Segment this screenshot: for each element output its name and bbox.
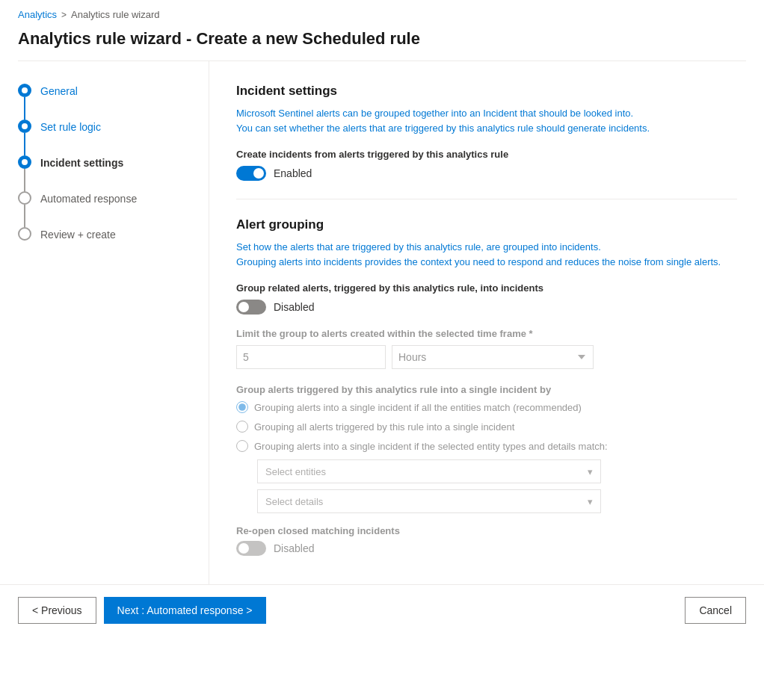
time-frame-row: Hours Days Minutes [236,345,737,369]
radio-group: Grouping alerts into a single incident i… [236,401,737,513]
breadcrumb-analytics-link[interactable]: Analytics [18,9,57,20]
breadcrumb-current: Analytics rule wizard [71,9,160,20]
step-item-set-rule-logic: Set rule logic [18,120,191,155]
group-alerts-label: Group related alerts, triggered by this … [236,282,737,294]
step-connector-automated-response [18,191,31,227]
step-dot-general [18,84,31,97]
select-entities-text: Select entities [265,466,326,477]
footer: < Previous Next : Automated response > C… [0,585,764,636]
alert-grouping-desc: Set how the alerts that are triggered by… [236,240,737,269]
breadcrumb: Analytics > Analytics rule wizard [0,0,764,26]
step-dot-incident-settings [18,155,31,169]
main-layout: General Set rule logic [0,61,764,584]
cancel-button[interactable]: Cancel [685,597,746,624]
create-incidents-toggle-track[interactable] [236,166,266,181]
entity-dropdowns: Select entities ▾ Select details ▾ [257,459,737,513]
group-by-label: Group alerts triggered by this analytics… [236,384,737,395]
step-dot-automated-response [18,191,31,205]
create-incidents-toggle-text: Enabled [274,167,312,179]
step-line-incident-settings [24,169,25,191]
step-connector-review-create [18,227,31,241]
breadcrumb-separator: > [61,10,67,20]
radio-label-all-alerts[interactable]: Grouping all alerts triggered by this ru… [254,421,514,433]
step-item-review-create: Review + create [18,227,191,258]
dot-inner-general [22,87,28,93]
section-divider-1 [236,199,737,199]
step-label-set-rule-logic[interactable]: Set rule logic [40,120,101,150]
step-line-set-rule-logic [24,133,25,155]
group-by-section: Group alerts triggered by this analytics… [236,384,737,513]
step-label-incident-settings[interactable]: Incident settings [40,155,123,186]
sidebar: General Set rule logic [0,61,209,584]
step-item-incident-settings: Incident settings [18,155,191,191]
dot-inner-incident-settings [22,159,28,165]
step-connector-general [18,84,31,120]
time-frame-input[interactable] [236,345,386,369]
step-line-general [24,97,25,120]
alert-grouping-desc-line2: Grouping alerts into incidents provides … [236,256,721,267]
step-dot-review-create [18,227,31,241]
incident-settings-desc-line1: Microsoft Sentinel alerts can be grouped… [236,108,633,119]
group-alerts-toggle-text: Disabled [274,301,314,313]
step-item-automated-response: Automated response [18,191,191,227]
incident-settings-title: Incident settings [236,84,737,99]
create-incidents-toggle[interactable] [236,166,266,181]
radio-option-2: Grouping all alerts triggered by this ru… [236,421,737,433]
group-alerts-toggle-row: Disabled [236,300,737,315]
page-title: Analytics rule wizard - Create a new Sch… [0,26,764,61]
incident-settings-desc-line2: You can set whether the alerts that are … [236,123,650,134]
step-item-general: General [18,84,191,120]
previous-button[interactable]: < Previous [18,597,96,624]
time-frame-label: Limit the group to alerts created within… [236,328,737,339]
create-incidents-label: Create incidents from alerts triggered b… [236,149,737,160]
radio-entities-match[interactable] [236,401,248,413]
time-frame-section: Limit the group to alerts created within… [236,328,737,369]
step-connector-set-rule-logic [18,120,31,155]
radio-entity-types[interactable] [236,440,248,452]
radio-label-entity-types[interactable]: Grouping alerts into a single incident i… [254,441,608,452]
step-list: General Set rule logic [18,84,191,258]
group-alerts-toggle-track[interactable] [236,300,266,315]
group-alerts-toggle-thumb [238,302,249,312]
radio-label-entities-match[interactable]: Grouping alerts into a single incident i… [254,402,582,413]
reopen-label: Re-open closed matching incidents [236,525,737,536]
group-alerts-toggle[interactable] [236,300,266,315]
grouping-options-section: Limit the group to alerts created within… [236,328,737,556]
radio-option-3: Grouping alerts into a single incident i… [236,440,737,452]
radio-option-1: Grouping alerts into a single incident i… [236,401,737,413]
reopen-toggle[interactable] [236,541,266,556]
step-connector-incident-settings [18,155,31,191]
select-details-text: Select details [265,496,323,507]
alert-grouping-desc-line1: Set how the alerts that are triggered by… [236,241,601,253]
select-entities-chevron: ▾ [588,466,593,477]
reopen-toggle-thumb [238,543,249,554]
reopen-section: Re-open closed matching incidents Disabl… [236,525,737,556]
incident-settings-desc: Microsoft Sentinel alerts can be grouped… [236,106,737,135]
select-details-chevron: ▾ [588,496,593,507]
reopen-toggle-track[interactable] [236,541,266,556]
step-label-review-create[interactable]: Review + create [40,227,116,258]
reopen-toggle-text: Disabled [274,542,314,554]
create-incidents-toggle-thumb [253,168,264,179]
main-content: Incident settings Microsoft Sentinel ale… [209,61,764,584]
alert-grouping-title: Alert grouping [236,217,737,232]
step-dot-set-rule-logic [18,120,31,133]
step-label-automated-response[interactable]: Automated response [40,191,137,222]
create-incidents-toggle-row: Enabled [236,166,737,181]
step-line-automated-response [24,205,25,227]
dot-inner-set-rule-logic [22,123,28,129]
select-details-dropdown[interactable]: Select details ▾ [257,489,601,513]
time-frame-unit-select[interactable]: Hours Days Minutes [392,345,594,369]
next-button[interactable]: Next : Automated response > [104,597,266,624]
step-label-general[interactable]: General [40,84,78,114]
reopen-toggle-row: Disabled [236,541,737,556]
select-entities-dropdown[interactable]: Select entities ▾ [257,459,601,483]
radio-all-alerts[interactable] [236,421,248,433]
